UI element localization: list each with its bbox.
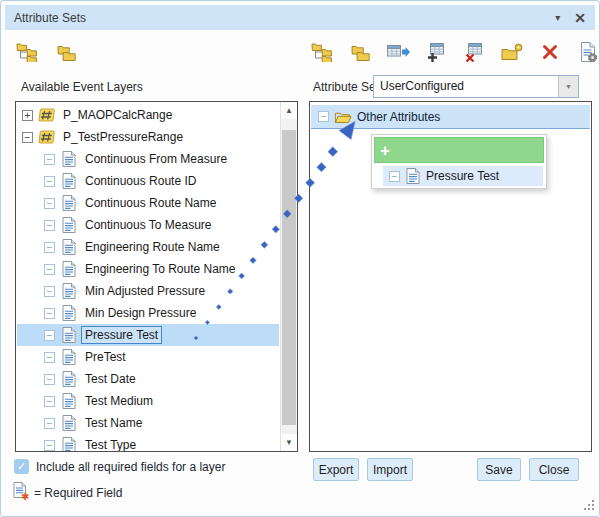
table-add-icon[interactable] <box>423 40 449 64</box>
field-document-icon <box>60 349 78 365</box>
tree-item-min-design-pressure[interactable]: −Min Design Pressure <box>17 302 279 324</box>
scroll-up-icon[interactable]: ▲ <box>281 102 297 119</box>
tree-item-engineering-route-name[interactable]: −Engineering Route Name <box>17 236 279 258</box>
event-layer-icon <box>38 130 56 145</box>
field-document-icon <box>60 283 78 299</box>
attribute-set-value: UserConfigured <box>374 76 558 97</box>
attribute-set-label: Attribute Set: <box>313 80 382 94</box>
report-settings-icon[interactable] <box>575 40 600 64</box>
field-document-icon <box>60 195 78 211</box>
collapse-icon[interactable]: − <box>44 374 55 385</box>
window-menu-caret-icon[interactable]: ▾ <box>555 12 560 23</box>
tree-item-test-type[interactable]: −Test Type <box>17 434 279 451</box>
delete-icon[interactable] <box>537 40 563 64</box>
tree-item-engineering-to-route-name[interactable]: −Engineering To Route Name <box>17 258 279 280</box>
tree-item-continuous-to-measure[interactable]: −Continuous To Measure <box>17 214 279 236</box>
tree-item-test-medium[interactable]: −Test Medium <box>17 390 279 412</box>
collapse-icon[interactable]: − <box>44 418 55 429</box>
tree-item-label: Engineering Route Name <box>81 238 224 256</box>
expand-icon[interactable]: + <box>22 110 33 121</box>
dragged-item-label: Pressure Test <box>426 169 499 183</box>
collapse-icon[interactable]: − <box>44 396 55 407</box>
title-bar: Attribute Sets ▾ ✕ <box>5 5 595 30</box>
collapse-icon[interactable]: − <box>44 264 55 275</box>
collapse-icon[interactable]: − <box>44 330 55 341</box>
import-button[interactable]: Import <box>367 458 413 481</box>
field-document-icon <box>60 239 78 255</box>
include-required-fields-checkbox[interactable]: ✓ <box>14 459 29 474</box>
svg-text:✱: ✱ <box>21 491 29 501</box>
tree-item-pretest[interactable]: −PreTest <box>17 346 279 368</box>
vertical-scrollbar[interactable]: ▲ ▼ <box>280 102 297 451</box>
dropdown-caret-icon[interactable]: ▼ <box>558 76 578 97</box>
open-folders-icon[interactable] <box>347 40 373 64</box>
field-document-icon <box>60 371 78 387</box>
collapse-icon[interactable]: − <box>44 286 55 297</box>
tree-item-label: Continuous To Measure <box>81 216 216 234</box>
checkmark-icon: ✓ <box>17 460 26 473</box>
tree-item-label: Min Adjusted Pressure <box>81 282 209 300</box>
collapse-icon[interactable]: − <box>318 111 329 122</box>
collapse-icon[interactable]: − <box>44 440 55 451</box>
tree-item-continuous-route-name[interactable]: −Continuous Route Name <box>17 192 279 214</box>
export-button[interactable]: Export <box>313 458 359 481</box>
tree-item-label: Test Name <box>81 414 146 432</box>
close-button[interactable]: Close <box>529 458 579 481</box>
tree-item-p-maopcalcrange[interactable]: +P_MAOPCalcRange <box>17 104 279 126</box>
drag-drop-preview: + − Pressure Test <box>371 134 547 189</box>
new-folder-icon[interactable] <box>499 40 525 64</box>
tree-item-continuous-from-measure[interactable]: −Continuous From Measure <box>17 148 279 170</box>
collapse-icon[interactable]: − <box>44 352 55 363</box>
field-document-icon <box>60 173 78 189</box>
tree-item-p-testpressurerange[interactable]: −P_TestPressureRange <box>17 126 279 148</box>
tree-item-pressure-test[interactable]: −Pressure Test <box>17 324 279 346</box>
attribute-sets-dialog: Attribute Sets ▾ ✕ Available Event Layer… <box>0 0 600 517</box>
tree-item-label: Continuous Route ID <box>81 172 200 190</box>
scrollbar-thumb[interactable] <box>282 130 296 425</box>
collapse-icon[interactable]: − <box>22 132 33 143</box>
tree-item-label: Continuous From Measure <box>81 150 231 168</box>
plus-icon: + <box>380 142 390 159</box>
tree-item-continuous-route-id[interactable]: −Continuous Route ID <box>17 170 279 192</box>
attribute-set-dropdown[interactable]: UserConfigured ▼ <box>373 75 579 98</box>
tree-item-test-date[interactable]: −Test Date <box>17 368 279 390</box>
tree-item-label: Min Design Pressure <box>81 304 200 322</box>
field-document-icon <box>60 437 78 451</box>
table-remove-icon[interactable] <box>461 40 487 64</box>
field-document-icon <box>60 261 78 277</box>
collapse-icon[interactable]: − <box>44 154 55 165</box>
drop-indicator-bar: + <box>374 137 544 163</box>
required-field-icon: ✱ <box>13 482 31 505</box>
tree-item-label: Test Medium <box>81 392 157 410</box>
available-event-layers-label: Available Event Layers <box>21 80 143 94</box>
open-folders-icon[interactable] <box>53 40 79 64</box>
collapse-icon[interactable]: − <box>44 176 55 187</box>
required-field-legend: = Required Field <box>34 486 122 500</box>
tree-item-test-name[interactable]: −Test Name <box>17 412 279 434</box>
table-export-icon[interactable] <box>385 40 411 64</box>
tree-item-other-attributes[interactable]: − Other Attributes <box>311 105 590 129</box>
field-document-icon <box>60 327 78 343</box>
tree-item-label: P_MAOPCalcRange <box>59 106 176 124</box>
event-layers-tree: +P_MAOPCalcRange−P_TestPressureRange−Con… <box>17 104 279 451</box>
close-icon[interactable]: ✕ <box>574 10 586 26</box>
available-layers-panel: +P_MAOPCalcRange−P_TestPressureRange−Con… <box>15 101 298 452</box>
attribute-set-panel: − Other Attributes + − Pressure Test <box>309 101 592 452</box>
collapse-icon[interactable]: − <box>44 198 55 209</box>
dragged-item: − Pressure Test <box>383 166 543 186</box>
tree-item-min-adjusted-pressure[interactable]: −Min Adjusted Pressure <box>17 280 279 302</box>
field-document-icon <box>60 151 78 167</box>
save-button[interactable]: Save <box>477 458 521 481</box>
collapse-icon[interactable]: − <box>44 220 55 231</box>
include-required-fields-label: Include all required fields for a layer <box>36 460 225 474</box>
field-document-icon <box>404 168 422 184</box>
field-document-icon <box>60 305 78 321</box>
collapse-icon[interactable]: − <box>44 242 55 253</box>
collapse-icon[interactable]: − <box>44 308 55 319</box>
collapse-icon: − <box>389 171 400 182</box>
scroll-down-icon[interactable]: ▼ <box>281 434 297 451</box>
attribute-tree-icon[interactable] <box>309 40 335 64</box>
tree-item-label: Engineering To Route Name <box>81 260 240 278</box>
resize-grip-icon[interactable] <box>583 500 594 511</box>
new-attribute-set-tree-icon[interactable] <box>14 40 40 64</box>
